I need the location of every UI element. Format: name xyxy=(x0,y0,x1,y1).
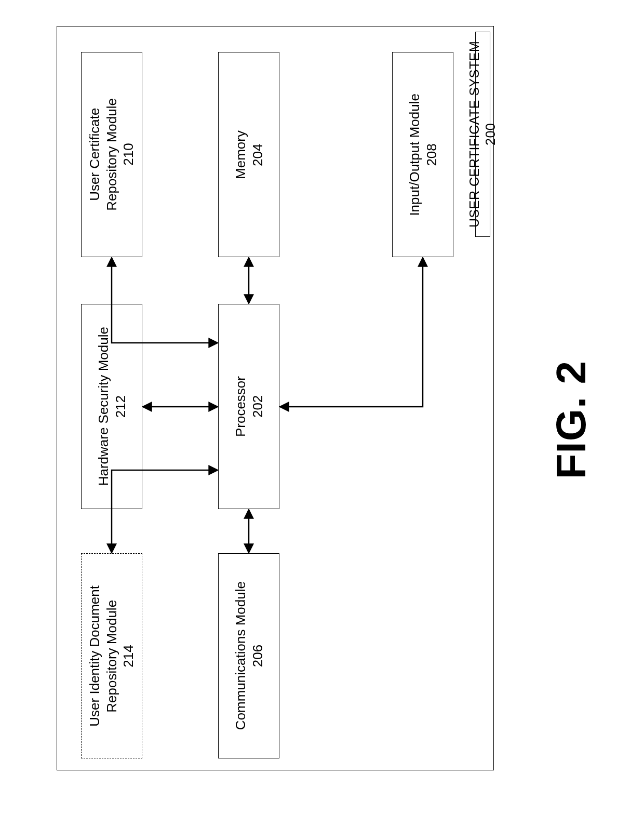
box-input-output-module: Input/Output Module 208 xyxy=(392,52,453,257)
page: USER CERTIFICATE SYSTEM 200 User Certifi… xyxy=(0,0,644,840)
figure-label: FIG. 2 xyxy=(540,0,602,840)
label-202: Processor 202 xyxy=(232,376,266,437)
figure-label-text: FIG. 2 xyxy=(545,361,597,479)
label-208: Input/Output Module 208 xyxy=(406,94,440,216)
label-214: User Identity Document Repository Module… xyxy=(86,585,137,727)
box-processor: Processor 202 xyxy=(218,304,279,509)
label-206: Communications Module 206 xyxy=(232,581,266,730)
box-user-identity-document-repository-module: User Identity Document Repository Module… xyxy=(81,553,142,758)
box-user-certificate-repository-module: User Certificate Repository Module 210 xyxy=(81,52,142,257)
box-memory: Memory 204 xyxy=(218,52,279,257)
label-212: Hardware Security Module 212 xyxy=(95,327,129,486)
box-communications-module: Communications Module 206 xyxy=(218,553,279,758)
system-title-badge: USER CERTIFICATE SYSTEM 200 xyxy=(475,32,490,237)
box-hardware-security-module: Hardware Security Module 212 xyxy=(81,304,142,509)
label-210: User Certificate Repository Module 210 xyxy=(86,98,137,211)
system-title-text: USER CERTIFICATE SYSTEM 200 xyxy=(466,32,499,236)
label-204: Memory 204 xyxy=(232,130,266,179)
